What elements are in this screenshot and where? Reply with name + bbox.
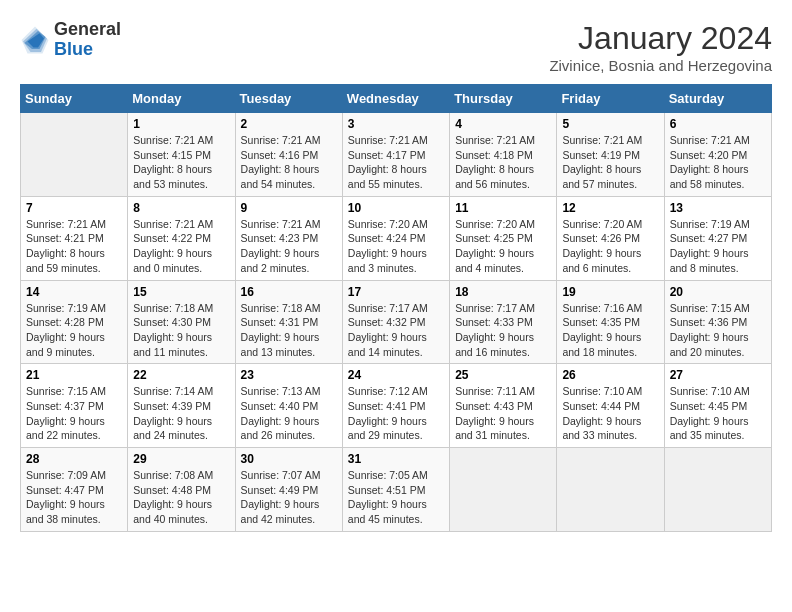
day-info: Sunrise: 7:17 AMSunset: 4:32 PMDaylight:… <box>348 301 444 360</box>
calendar-cell: 23Sunrise: 7:13 AMSunset: 4:40 PMDayligh… <box>235 364 342 448</box>
day-info: Sunrise: 7:18 AMSunset: 4:30 PMDaylight:… <box>133 301 229 360</box>
day-info: Sunrise: 7:20 AMSunset: 4:24 PMDaylight:… <box>348 217 444 276</box>
day-info: Sunrise: 7:21 AMSunset: 4:15 PMDaylight:… <box>133 133 229 192</box>
header: General Blue January 2024 Zivinice, Bosn… <box>20 20 772 74</box>
calendar-week-row: 28Sunrise: 7:09 AMSunset: 4:47 PMDayligh… <box>21 448 772 532</box>
day-info: Sunrise: 7:21 AMSunset: 4:22 PMDaylight:… <box>133 217 229 276</box>
logo-general: General <box>54 19 121 39</box>
day-info: Sunrise: 7:21 AMSunset: 4:21 PMDaylight:… <box>26 217 122 276</box>
day-number: 21 <box>26 368 122 382</box>
day-number: 22 <box>133 368 229 382</box>
logo-blue: Blue <box>54 39 93 59</box>
day-info: Sunrise: 7:21 AMSunset: 4:19 PMDaylight:… <box>562 133 658 192</box>
day-info: Sunrise: 7:11 AMSunset: 4:43 PMDaylight:… <box>455 384 551 443</box>
logo: General Blue <box>20 20 121 60</box>
calendar-cell: 24Sunrise: 7:12 AMSunset: 4:41 PMDayligh… <box>342 364 449 448</box>
calendar-week-row: 14Sunrise: 7:19 AMSunset: 4:28 PMDayligh… <box>21 280 772 364</box>
day-info: Sunrise: 7:19 AMSunset: 4:27 PMDaylight:… <box>670 217 766 276</box>
calendar-cell: 3Sunrise: 7:21 AMSunset: 4:17 PMDaylight… <box>342 113 449 197</box>
day-number: 30 <box>241 452 337 466</box>
calendar-cell: 19Sunrise: 7:16 AMSunset: 4:35 PMDayligh… <box>557 280 664 364</box>
day-number: 24 <box>348 368 444 382</box>
day-number: 26 <box>562 368 658 382</box>
day-info: Sunrise: 7:07 AMSunset: 4:49 PMDaylight:… <box>241 468 337 527</box>
day-number: 1 <box>133 117 229 131</box>
day-number: 31 <box>348 452 444 466</box>
day-info: Sunrise: 7:16 AMSunset: 4:35 PMDaylight:… <box>562 301 658 360</box>
calendar-cell: 25Sunrise: 7:11 AMSunset: 4:43 PMDayligh… <box>450 364 557 448</box>
day-info: Sunrise: 7:19 AMSunset: 4:28 PMDaylight:… <box>26 301 122 360</box>
day-info: Sunrise: 7:21 AMSunset: 4:20 PMDaylight:… <box>670 133 766 192</box>
calendar-cell: 2Sunrise: 7:21 AMSunset: 4:16 PMDaylight… <box>235 113 342 197</box>
calendar-week-row: 7Sunrise: 7:21 AMSunset: 4:21 PMDaylight… <box>21 196 772 280</box>
day-info: Sunrise: 7:08 AMSunset: 4:48 PMDaylight:… <box>133 468 229 527</box>
day-info: Sunrise: 7:10 AMSunset: 4:44 PMDaylight:… <box>562 384 658 443</box>
day-number: 25 <box>455 368 551 382</box>
calendar-cell: 9Sunrise: 7:21 AMSunset: 4:23 PMDaylight… <box>235 196 342 280</box>
day-number: 23 <box>241 368 337 382</box>
day-header-tuesday: Tuesday <box>235 85 342 113</box>
day-number: 28 <box>26 452 122 466</box>
calendar-cell <box>557 448 664 532</box>
calendar-cell <box>664 448 771 532</box>
location-title: Zivinice, Bosnia and Herzegovina <box>549 57 772 74</box>
day-number: 19 <box>562 285 658 299</box>
day-number: 20 <box>670 285 766 299</box>
calendar-cell: 7Sunrise: 7:21 AMSunset: 4:21 PMDaylight… <box>21 196 128 280</box>
calendar-cell: 13Sunrise: 7:19 AMSunset: 4:27 PMDayligh… <box>664 196 771 280</box>
day-number: 12 <box>562 201 658 215</box>
day-header-sunday: Sunday <box>21 85 128 113</box>
calendar-cell: 30Sunrise: 7:07 AMSunset: 4:49 PMDayligh… <box>235 448 342 532</box>
day-info: Sunrise: 7:12 AMSunset: 4:41 PMDaylight:… <box>348 384 444 443</box>
day-number: 14 <box>26 285 122 299</box>
day-header-wednesday: Wednesday <box>342 85 449 113</box>
logo-icon <box>20 25 50 55</box>
day-info: Sunrise: 7:05 AMSunset: 4:51 PMDaylight:… <box>348 468 444 527</box>
day-info: Sunrise: 7:10 AMSunset: 4:45 PMDaylight:… <box>670 384 766 443</box>
day-number: 18 <box>455 285 551 299</box>
calendar-cell: 27Sunrise: 7:10 AMSunset: 4:45 PMDayligh… <box>664 364 771 448</box>
logo-text: General Blue <box>54 20 121 60</box>
day-info: Sunrise: 7:13 AMSunset: 4:40 PMDaylight:… <box>241 384 337 443</box>
day-number: 10 <box>348 201 444 215</box>
calendar-cell: 12Sunrise: 7:20 AMSunset: 4:26 PMDayligh… <box>557 196 664 280</box>
day-number: 5 <box>562 117 658 131</box>
day-number: 27 <box>670 368 766 382</box>
day-number: 6 <box>670 117 766 131</box>
calendar-cell: 10Sunrise: 7:20 AMSunset: 4:24 PMDayligh… <box>342 196 449 280</box>
title-area: January 2024 Zivinice, Bosnia and Herzeg… <box>549 20 772 74</box>
calendar-cell: 8Sunrise: 7:21 AMSunset: 4:22 PMDaylight… <box>128 196 235 280</box>
day-number: 29 <box>133 452 229 466</box>
calendar-week-row: 21Sunrise: 7:15 AMSunset: 4:37 PMDayligh… <box>21 364 772 448</box>
day-header-friday: Friday <box>557 85 664 113</box>
calendar-table: SundayMondayTuesdayWednesdayThursdayFrid… <box>20 84 772 532</box>
day-number: 3 <box>348 117 444 131</box>
calendar-cell: 17Sunrise: 7:17 AMSunset: 4:32 PMDayligh… <box>342 280 449 364</box>
day-info: Sunrise: 7:15 AMSunset: 4:36 PMDaylight:… <box>670 301 766 360</box>
day-number: 4 <box>455 117 551 131</box>
calendar-cell: 5Sunrise: 7:21 AMSunset: 4:19 PMDaylight… <box>557 113 664 197</box>
calendar-cell: 16Sunrise: 7:18 AMSunset: 4:31 PMDayligh… <box>235 280 342 364</box>
calendar-week-row: 1Sunrise: 7:21 AMSunset: 4:15 PMDaylight… <box>21 113 772 197</box>
calendar-cell <box>21 113 128 197</box>
calendar-cell: 1Sunrise: 7:21 AMSunset: 4:15 PMDaylight… <box>128 113 235 197</box>
calendar-cell: 28Sunrise: 7:09 AMSunset: 4:47 PMDayligh… <box>21 448 128 532</box>
calendar-cell <box>450 448 557 532</box>
calendar-cell: 6Sunrise: 7:21 AMSunset: 4:20 PMDaylight… <box>664 113 771 197</box>
calendar-cell: 31Sunrise: 7:05 AMSunset: 4:51 PMDayligh… <box>342 448 449 532</box>
calendar-header-row: SundayMondayTuesdayWednesdayThursdayFrid… <box>21 85 772 113</box>
day-number: 2 <box>241 117 337 131</box>
day-info: Sunrise: 7:14 AMSunset: 4:39 PMDaylight:… <box>133 384 229 443</box>
calendar-cell: 21Sunrise: 7:15 AMSunset: 4:37 PMDayligh… <box>21 364 128 448</box>
day-header-monday: Monday <box>128 85 235 113</box>
calendar-cell: 15Sunrise: 7:18 AMSunset: 4:30 PMDayligh… <box>128 280 235 364</box>
calendar-cell: 11Sunrise: 7:20 AMSunset: 4:25 PMDayligh… <box>450 196 557 280</box>
day-info: Sunrise: 7:17 AMSunset: 4:33 PMDaylight:… <box>455 301 551 360</box>
day-number: 16 <box>241 285 337 299</box>
day-number: 15 <box>133 285 229 299</box>
day-info: Sunrise: 7:20 AMSunset: 4:25 PMDaylight:… <box>455 217 551 276</box>
day-info: Sunrise: 7:15 AMSunset: 4:37 PMDaylight:… <box>26 384 122 443</box>
day-info: Sunrise: 7:21 AMSunset: 4:16 PMDaylight:… <box>241 133 337 192</box>
day-number: 7 <box>26 201 122 215</box>
day-info: Sunrise: 7:21 AMSunset: 4:23 PMDaylight:… <box>241 217 337 276</box>
